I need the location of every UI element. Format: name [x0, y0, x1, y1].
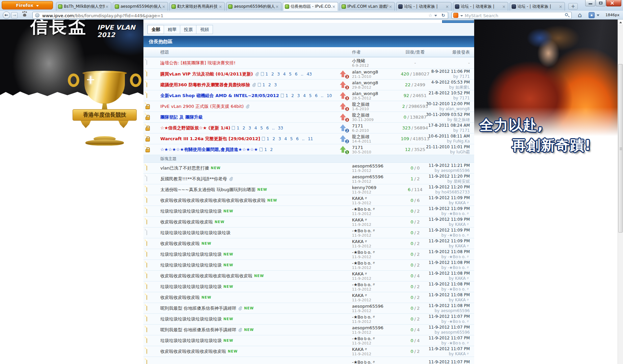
thread-title-link[interactable]: 收皮啦收皮啦收皮啦收皮啦收皮啦收皮啦收皮啦收皮啦 [160, 198, 266, 204]
lastpost-author-link[interactable]: by KAKA〃 [449, 352, 470, 356]
lastpost-author-link[interactable]: by KAKA〃 [449, 201, 470, 205]
page-number-links[interactable]: 1 2 3 [263, 83, 277, 87]
browser-tab[interactable]: IPvE.COM vLan 遊戲平... × [340, 2, 395, 11]
author-link[interactable]: 龍之振雄 [352, 102, 396, 107]
page-number-links[interactable]: 1 2 3 4 5 6 .. 10 [286, 93, 332, 98]
author-link[interactable]: -★Boｂo.〃 [352, 314, 396, 320]
bookmarks-menu-icon[interactable]: ★ [589, 12, 595, 18]
author-link[interactable]: aesopm65596 [352, 163, 396, 169]
browser-tab[interactable]: BsTh_MIlkB的個人空間... × [56, 2, 111, 11]
thread-title-link[interactable]: 購買vLan VIP 方法及功能 (01/4/2011更新) [160, 71, 253, 77]
thread-title-link[interactable]: 呢到我最型 你地班傻系信長神手講經咩 [160, 305, 236, 311]
url-dropdown-icon[interactable] [434, 15, 437, 17]
back-button[interactable]: ← [3, 11, 10, 19]
page-number-links[interactable]: 1 2 [264, 147, 273, 152]
new-tab-button[interactable]: + [568, 3, 578, 10]
thread-title-link[interactable]: 垃圾垃圾垃圾垃圾垃圾垃圾垃圾 [160, 262, 222, 268]
lastpost-author-link[interactable]: by 7171 [453, 128, 470, 133]
author-link[interactable]: alan_wong8 [352, 80, 396, 85]
paw-icon[interactable] [22, 13, 27, 17]
lastpost-author-link[interactable]: by 星崎安妮 [447, 179, 470, 184]
thread-title-link[interactable]: 反國民教育!!!**不良詞語**你老母 [160, 176, 227, 182]
author-link[interactable]: alan_wong8 [352, 91, 396, 96]
author-link[interactable]: aesopm65596 [352, 174, 396, 179]
tab-close-icon[interactable]: × [161, 4, 166, 9]
thread-title-link[interactable]: Warcraft III 1.26a 完整更新包 [29/06/2012] [160, 136, 260, 142]
thread-title-link[interactable]: 垃圾垃圾垃圾垃圾垃圾垃圾垃圾 [160, 284, 222, 290]
thread-title-link[interactable]: 論壇公告: [精英團隊賽] 現場決賽安排! [160, 60, 236, 66]
author-link[interactable]: KAKA〃 [352, 196, 396, 201]
firefox-menu-button[interactable]: Firefox [2, 1, 53, 9]
author-link[interactable]: KAKA〃 [352, 347, 396, 352]
author-link[interactable]: kenny7069 [352, 185, 396, 190]
lastpost-author-link[interactable]: by 7171 [453, 96, 470, 100]
scrollbar-up-button[interactable] [618, 20, 623, 25]
lastpost-author-link[interactable]: by -★Boｂo.〃 [441, 265, 470, 270]
bookmark-star-icon[interactable]: ☆ [428, 13, 432, 18]
author-link[interactable]: 龍之振雄 [352, 113, 396, 118]
tab-close-icon[interactable]: × [275, 4, 279, 9]
lastpost-author-link[interactable]: by 如果愛L [449, 85, 470, 90]
browser-tab[interactable]: aesopm65596的個人... × [226, 2, 281, 11]
lastpost-author-link[interactable]: by KAKA〃 [449, 244, 470, 248]
thread-title-link[interactable]: 垃圾垃圾垃圾垃圾垃圾垃圾垃圾 [160, 338, 222, 344]
page-number-links[interactable]: 1 2 3 4 5 6 .. 33 [237, 126, 283, 130]
lastpost-author-link[interactable]: by FuNg.Ka [447, 139, 470, 144]
thread-title-link[interactable]: 垃圾垃圾垃圾垃圾垃圾垃圾垃圾垃圾 [160, 230, 231, 236]
forum-tab-3[interactable]: 視頻 [196, 25, 213, 34]
lastpost-author-link[interactable]: by -★Boｂo.〃 [441, 254, 470, 259]
author-link[interactable]: aesopm65596 [352, 304, 396, 309]
lastpost-author-link[interactable]: by 龍之振雄 [447, 117, 470, 122]
thread-title-link[interactable]: 建議使用360 防毒軟件及瀏覽器會員盡快移除 [160, 82, 250, 88]
lastpost-author-link[interactable]: by alan_wong8 [439, 107, 470, 111]
author-link[interactable]: KAKA〃 [352, 239, 396, 244]
page-number-links[interactable]: 1 2 3 4 5 6 .. 43 [266, 72, 312, 77]
search-engine-dropdown-icon[interactable] [460, 15, 463, 17]
browser-tab[interactable]: 论坛 - | 动漫家族 | × [396, 2, 452, 11]
lastpost-author-link[interactable]: by KAKA〃 [449, 222, 470, 227]
tab-close-icon[interactable]: × [218, 4, 223, 9]
author-link[interactable]: 7171 [352, 145, 396, 150]
search-engine-icon[interactable] [453, 13, 458, 18]
thread-title-link[interactable]: ☆★☆★☆★有關使用全圖問題,會員請進★☆★☆★ [160, 147, 258, 153]
author-link[interactable]: 龍之振雄 [352, 134, 396, 139]
url-bar[interactable]: www.ipve.com/bbs/forumdisplay.php?fid=44… [32, 12, 448, 19]
page-scrollbar[interactable] [618, 20, 623, 364]
thread-title-link[interactable]: 收皮啦收皮啦收皮啦 [160, 241, 200, 247]
author-link[interactable]: -★Boｂo.〃 [352, 336, 396, 341]
reload-icon[interactable]: ↻ [441, 13, 445, 18]
lastpost-author-link[interactable]: by -★Boｂo.〃 [441, 287, 470, 292]
tab-close-icon[interactable]: × [558, 4, 563, 9]
browser-tab[interactable]: 论坛 - | 动漫家族 | × [510, 2, 565, 11]
browser-tab[interactable]: aesopm65596的個人... × [113, 2, 168, 11]
tab-close-icon[interactable]: × [331, 4, 336, 9]
lastpost-author-link[interactable]: by aesopm65596 [435, 330, 470, 335]
thread-title-link[interactable]: ☆★信長之野望版規☆★ (更新 1/4) [160, 125, 230, 131]
page-number-links[interactable]: 1 2 3 4 5 6 .. 11 [267, 136, 313, 141]
forum-tab-2[interactable]: 投票 [180, 25, 197, 34]
window-minimize-button[interactable] [585, 0, 595, 6]
author-link[interactable]: -★Boｂo.〃 [352, 360, 396, 364]
lastpost-author-link[interactable]: by -★Boｂo.〃 [441, 233, 470, 238]
thread-title-link[interactable]: 垃圾垃圾垃圾垃圾垃圾垃圾垃圾 [160, 251, 222, 257]
author-link[interactable]: KAKA〃 [352, 293, 396, 298]
bookmarks-dropdown-icon[interactable] [597, 14, 599, 16]
forum-tab-0[interactable]: 全部 [147, 25, 164, 34]
scrollbar-thumb[interactable] [618, 64, 623, 233]
tab-close-icon[interactable]: × [502, 4, 506, 9]
thread-title-link[interactable]: vlan已洗了不好思意打擾 [160, 165, 209, 171]
browser-tab[interactable]: 信長抱怨區 - IPvE.CO... × [283, 2, 338, 11]
author-link[interactable]: 小飛豬 [352, 58, 396, 63]
thread-title-link[interactable]: IPvE vLan 2900 正式版 (完美支援 64bit) [160, 103, 244, 110]
lastpost-author-link[interactable]: by luGh霸 [450, 150, 470, 154]
author-link[interactable]: -★Boｂo.〃 [352, 282, 396, 287]
tab-close-icon[interactable]: × [105, 4, 109, 9]
author-link[interactable]: -★Boｂo.〃 [352, 250, 396, 255]
thread-title-link[interactable]: 收皮啦收皮啦收皮啦收皮啦收皮啦收皮啦收皮啦 [160, 273, 252, 279]
thread-title-link[interactable]: 收皮啦收皮啦收皮啦 [160, 295, 200, 301]
search-icon[interactable] [565, 13, 568, 16]
author-link[interactable]: aesopm65596 [352, 325, 396, 330]
thread-title-link[interactable]: 垃圾垃圾垃圾垃圾垃圾垃圾垃圾 [160, 316, 222, 322]
author-link[interactable]: 7171 [352, 123, 396, 128]
forum-tab-1[interactable]: 精華 [164, 25, 181, 34]
